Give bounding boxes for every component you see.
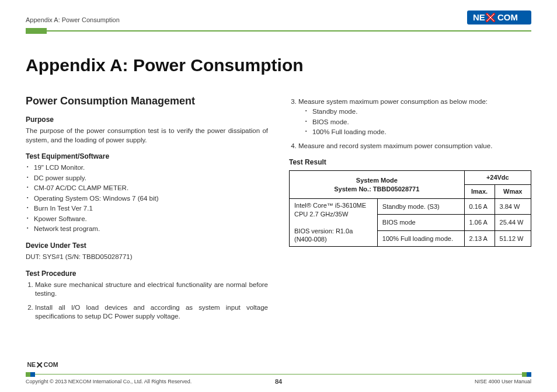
proc3-lead: Measure system maximum power consumption… [298,98,488,105]
voltage-header: +24Vdc [464,171,531,185]
purpose-text: The purpose of the power consumption tes… [26,127,268,145]
table-cell: 0.16 A [464,198,495,214]
footer-rule [26,372,531,377]
svg-text:COM: COM [44,361,58,368]
list-item: DC power supply. [34,174,268,183]
list-item: Network test program. [34,225,268,234]
copyright-text: Copyright © 2013 NEXCOM International Co… [26,378,192,385]
list-item: 19" LCD Monitor. [34,163,268,173]
left-column: Power Consumption Management Purpose The… [26,94,268,326]
table-cell: 100% Full loading mode. [377,230,464,246]
page-number: 84 [275,377,282,386]
list-item: BIOS mode. [312,118,531,127]
list-item: Make sure mechanical structure and elect… [35,281,268,299]
table-cell: BIOS mode [377,215,464,230]
equipment-heading: Test Equipment/Software [26,152,268,161]
content-columns: Power Consumption Management Purpose The… [26,94,531,326]
bios-line: BIOS version: R1.0a [294,227,373,236]
wmax-header: Wmax [495,185,531,199]
table-cell: 25.44 W [495,215,531,230]
purpose-heading: Purpose [26,115,268,124]
svg-text:NE: NE [27,361,36,368]
svg-text:NE: NE [473,12,485,22]
cpu-line: Intel® Core™ i5-3610ME [294,201,373,210]
procedure-list-right: Measure system maximum power consumption… [289,97,531,151]
footer-logo: NE COM [26,360,531,372]
procedure-heading: Test Procedure [26,269,268,278]
sys-no-header: System No.: TBBD05028771 [294,185,459,194]
equipment-list: 19" LCD Monitor. DC power supply. CM-07 … [26,163,268,234]
brand-logo: NE COM [467,10,531,24]
cpu-line: CPU 2.7 GHz/35W [294,210,373,219]
proc3-sublist: Standby mode. BIOS mode. 100% Full loadi… [298,107,531,137]
header-rule [26,28,531,34]
list-item: Standby mode. [312,107,531,117]
page-footer: NE COM Copyright © 2013 NEXCOM Internati… [26,360,531,385]
table-cell: Standby mode. (S3) [377,198,464,214]
page-title: Appendix A: Power Consumption [26,54,531,78]
list-item: Measure and record system maximum power … [298,142,531,151]
procedure-list-left: Make sure mechanical structure and elect… [26,281,268,321]
table-cell: 2.13 A [464,230,495,246]
list-item: 100% Full loading mode. [312,128,531,137]
running-head: Appendix A: Power Consumption [26,16,120,24]
table-row: Intel® Core™ i5-3610ME CPU 2.7 GHz/35W B… [290,198,531,214]
imax-header: Imax. [464,185,495,199]
result-table: System Mode System No.: TBBD05028771 +24… [289,170,531,247]
list-item: Install all I/O load devices and accordi… [35,303,268,321]
sys-mode-header: System Mode [294,176,459,185]
right-column: Measure system maximum power consumption… [289,94,531,326]
list-item: Burn In Test Ver 7.1 [34,204,268,214]
svg-text:COM: COM [497,12,518,22]
dut-text: DUT: SYS#1 (S/N: TBBD05028771) [26,253,268,262]
result-heading: Test Result [289,158,531,167]
table-cell: 51.12 W [495,230,531,246]
list-item: Measure system maximum power consumption… [298,97,531,137]
table-cell: 1.06 A [464,215,495,230]
table-row: System Mode System No.: TBBD05028771 +24… [290,171,531,185]
page-header: Appendix A: Power Consumption NE COM [26,10,531,24]
bios-line: (N400-008) [294,235,373,244]
list-item: Operating System OS: Windows 7 (64 bit) [34,194,268,204]
list-item: Kpower Software. [34,215,268,224]
section-heading: Power Consumption Management [26,94,268,108]
dut-heading: Device Under Test [26,241,268,250]
list-item: CM-07 AC/DC CLAMP METER. [34,184,268,193]
table-cell: 3.84 W [495,198,531,214]
manual-name: NISE 4000 User Manual [475,378,531,385]
